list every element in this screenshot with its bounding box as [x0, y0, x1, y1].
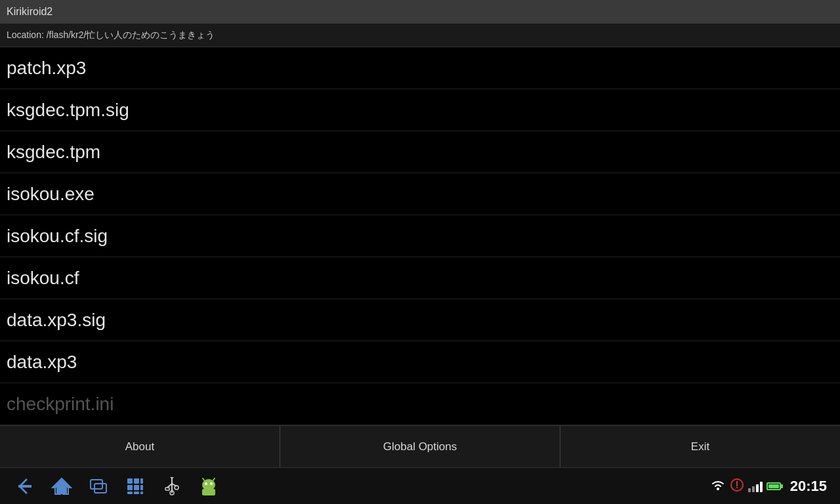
signal-bars [748, 480, 763, 492]
file-item[interactable]: isokou.exe [0, 173, 840, 215]
svg-point-32 [717, 488, 719, 490]
file-item[interactable]: isokou.cf [0, 257, 840, 299]
svg-rect-35 [736, 487, 738, 488]
svg-rect-28 [202, 489, 205, 495]
global-options-button[interactable]: Global Options [280, 426, 560, 467]
wifi-icon [710, 478, 726, 494]
file-item[interactable]: ksgdec.tpm [0, 131, 840, 173]
svg-rect-14 [134, 492, 139, 494]
svg-marker-21 [170, 477, 174, 479]
home-button[interactable] [50, 474, 74, 498]
svg-line-17 [167, 484, 172, 488]
usb-icon [160, 474, 184, 498]
svg-rect-27 [203, 490, 214, 495]
svg-rect-4 [56, 488, 67, 494]
svg-marker-3 [52, 478, 71, 488]
svg-rect-1 [18, 485, 32, 488]
svg-rect-34 [736, 481, 738, 486]
battery-icon [766, 482, 781, 490]
file-item[interactable]: isokou.cf.sig [0, 215, 840, 257]
file-item[interactable]: data.xp3 [0, 341, 840, 383]
exit-button[interactable]: Exit [560, 426, 840, 467]
svg-rect-13 [127, 492, 133, 494]
svg-rect-26 [204, 489, 213, 490]
svg-rect-7 [127, 478, 133, 484]
file-item[interactable]: ksgdec.tpm.sig [0, 89, 840, 131]
svg-line-30 [203, 478, 205, 481]
location-bar: Location: /flash/kr2/忙しい人のためのこうまきょう [0, 24, 840, 47]
recent-apps-button[interactable] [87, 474, 110, 498]
time-display: 20:15 [790, 478, 827, 495]
svg-line-31 [213, 478, 215, 481]
svg-rect-12 [140, 485, 143, 490]
app-title: Kirikiroid2 [7, 6, 52, 18]
file-item[interactable]: data.xp3.sig [0, 299, 840, 341]
file-list: patch.xp3ksgdec.tpm.sigksgdec.tpmisokou.… [0, 47, 840, 425]
svg-point-24 [205, 482, 207, 485]
android-debug-icon [197, 474, 220, 498]
title-bar: Kirikiroid2 [0, 0, 840, 24]
status-icons: 20:15 [710, 478, 827, 495]
file-item[interactable]: patch.xp3 [0, 47, 840, 89]
svg-rect-8 [134, 478, 139, 484]
file-item[interactable]: checkprint.ini [0, 383, 840, 425]
svg-rect-15 [140, 492, 143, 494]
nav-bar: 20:15 [0, 467, 840, 504]
svg-rect-18 [165, 488, 169, 490]
back-button[interactable] [13, 474, 37, 498]
launcher-button[interactable] [123, 474, 147, 498]
bottom-menu: About Global Options Exit [0, 425, 840, 467]
svg-rect-10 [127, 485, 133, 490]
svg-rect-11 [134, 485, 139, 490]
svg-rect-29 [213, 489, 215, 495]
status-icon-2 [730, 478, 744, 495]
location-text: Location: /flash/kr2/忙しい人のためのこうまきょう [7, 30, 215, 41]
svg-rect-9 [140, 478, 143, 484]
nav-left [13, 474, 220, 498]
about-button[interactable]: About [0, 426, 280, 467]
svg-point-25 [210, 482, 213, 485]
